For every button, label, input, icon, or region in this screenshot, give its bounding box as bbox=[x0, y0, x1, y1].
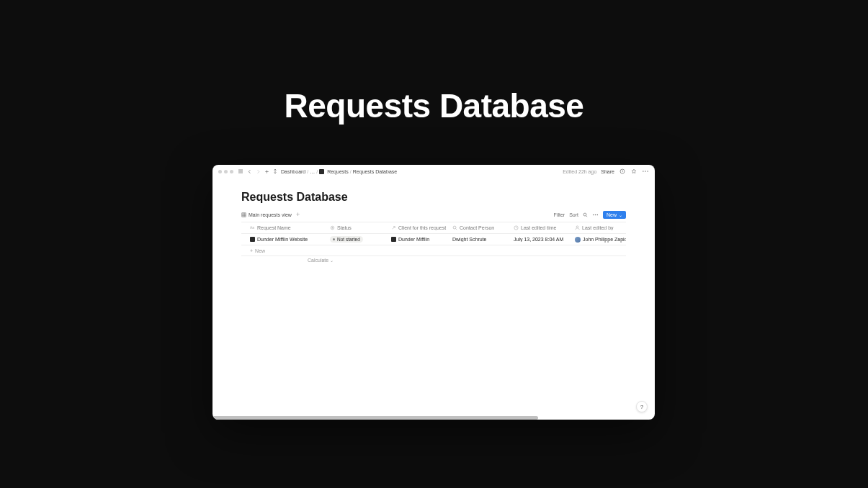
traffic-light-close[interactable] bbox=[218, 170, 222, 173]
cell-status[interactable]: Not started bbox=[327, 236, 388, 243]
view-more-icon[interactable] bbox=[592, 214, 599, 216]
hero-title: Requests Database bbox=[0, 86, 868, 125]
page-icon bbox=[391, 237, 396, 242]
user-avatar bbox=[575, 237, 581, 243]
breadcrumb-current[interactable]: Requests Database bbox=[353, 169, 397, 174]
cell-name[interactable]: Dunder Mifflin Website bbox=[241, 237, 327, 242]
column-header-name[interactable]: Aa Request Name bbox=[241, 225, 327, 230]
svg-rect-4 bbox=[242, 213, 246, 217]
app-window: Dashboard / … / Requests / Requests Data… bbox=[212, 165, 655, 420]
view-tab-label: Main requests view bbox=[249, 212, 292, 217]
breadcrumb-dashboard[interactable]: Dashboard bbox=[281, 169, 305, 174]
breadcrumb-separator: / bbox=[316, 169, 318, 174]
table-header: Aa Request Name Status Client for this r… bbox=[241, 222, 626, 234]
table-view-icon bbox=[241, 212, 246, 217]
cell-edited-time[interactable]: July 13, 2023 8:04 AM bbox=[511, 237, 572, 242]
svg-point-14 bbox=[576, 226, 578, 228]
status-dot-icon bbox=[333, 238, 335, 240]
share-button[interactable]: Share bbox=[601, 169, 614, 174]
svg-point-7 bbox=[595, 214, 596, 215]
help-button[interactable]: ? bbox=[636, 401, 648, 412]
svg-point-8 bbox=[597, 214, 598, 215]
status-tag: Not started bbox=[330, 236, 363, 243]
column-header-client[interactable]: Client for this request bbox=[388, 225, 449, 230]
traffic-light-minimize[interactable] bbox=[224, 170, 228, 173]
calculate-button[interactable]: Calculate ⌄ bbox=[241, 256, 626, 264]
svg-point-6 bbox=[593, 214, 594, 215]
status-property-icon bbox=[330, 225, 335, 230]
cell-edited-by[interactable]: John Philippe Zapido bbox=[572, 237, 626, 243]
clock-icon[interactable] bbox=[619, 168, 626, 175]
person-property-icon bbox=[575, 225, 580, 230]
sort-button[interactable]: Sort bbox=[569, 212, 578, 217]
search-icon[interactable] bbox=[583, 212, 588, 217]
cell-client[interactable]: Dunder Mifflin bbox=[388, 237, 449, 242]
svg-point-1 bbox=[643, 171, 644, 172]
chevron-down-icon: ⌄ bbox=[619, 212, 622, 217]
traffic-light-maximize[interactable] bbox=[230, 170, 233, 173]
view-tab-main[interactable]: Main requests view bbox=[241, 212, 292, 217]
relation-property-icon bbox=[391, 225, 396, 230]
filter-button[interactable]: Filter bbox=[554, 212, 565, 217]
plus-icon: + bbox=[250, 248, 253, 253]
nav-back-icon[interactable] bbox=[246, 168, 252, 174]
svg-text:Aa: Aa bbox=[250, 226, 254, 230]
column-header-edited-by[interactable]: Last edited by bbox=[572, 225, 626, 230]
column-header-edited-time[interactable]: Last edited time bbox=[511, 225, 572, 230]
traffic-lights bbox=[218, 170, 233, 173]
new-tab-icon[interactable] bbox=[264, 168, 269, 174]
chevron-down-icon: ⌄ bbox=[330, 258, 334, 263]
title-property-icon: Aa bbox=[250, 225, 255, 230]
breadcrumb-requests[interactable]: Requests bbox=[327, 169, 349, 174]
column-header-contact[interactable]: Contact Person bbox=[449, 225, 511, 230]
svg-point-12 bbox=[453, 226, 456, 229]
table-row[interactable]: Dunder Mifflin Website Not started Dunde… bbox=[241, 234, 626, 245]
page-icon bbox=[319, 169, 324, 174]
breadcrumb-ellipsis[interactable]: … bbox=[310, 169, 315, 174]
page-icon bbox=[250, 237, 255, 242]
svg-point-11 bbox=[332, 227, 334, 229]
breadcrumb: Dashboard / … / Requests / Requests Data… bbox=[281, 169, 397, 174]
add-row-button[interactable]: + New bbox=[241, 245, 626, 256]
new-button[interactable]: New ⌄ bbox=[603, 211, 626, 219]
new-button-label: New bbox=[607, 212, 617, 217]
rollup-property-icon bbox=[452, 225, 457, 230]
window-header: Dashboard / … / Requests / Requests Data… bbox=[212, 165, 655, 178]
menu-icon[interactable] bbox=[272, 168, 278, 174]
time-property-icon bbox=[514, 225, 519, 230]
svg-point-2 bbox=[645, 171, 646, 172]
column-header-status[interactable]: Status bbox=[327, 225, 388, 230]
breadcrumb-separator: / bbox=[350, 169, 352, 174]
nav-forward-icon[interactable] bbox=[255, 168, 261, 174]
add-view-button[interactable]: + bbox=[296, 212, 300, 217]
star-icon[interactable] bbox=[630, 168, 637, 175]
database-table: Aa Request Name Status Client for this r… bbox=[241, 222, 626, 264]
svg-point-3 bbox=[647, 171, 648, 172]
sidebar-toggle-icon[interactable] bbox=[238, 168, 243, 174]
breadcrumb-separator: / bbox=[307, 169, 308, 174]
horizontal-scrollbar-track bbox=[212, 416, 655, 420]
svg-point-5 bbox=[583, 213, 586, 216]
page-title: Requests Database bbox=[241, 191, 626, 204]
more-icon[interactable] bbox=[642, 168, 649, 175]
cell-contact[interactable]: Dwight Schrute bbox=[449, 237, 511, 242]
horizontal-scrollbar-thumb[interactable] bbox=[212, 416, 538, 420]
edited-timestamp: Edited 22h ago bbox=[563, 169, 596, 174]
